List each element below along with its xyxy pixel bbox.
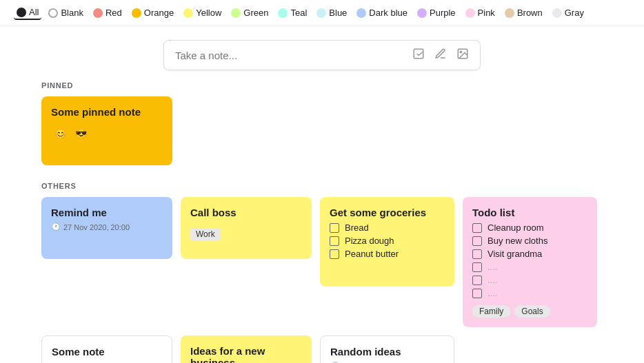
filter-label-brown: Brown (517, 8, 543, 18)
pinned-grid: Some pinned note 😊 😎 (41, 96, 603, 165)
filter-item-purple[interactable]: Purple (414, 6, 459, 19)
others-label: OTHERS (41, 182, 603, 190)
filter-item-all[interactable]: All (14, 6, 41, 20)
some-note-title: Some note (52, 346, 162, 357)
color-dot-all (17, 8, 26, 17)
random-ideas-title: Random ideas (330, 346, 444, 357)
color-dot-teal (278, 8, 288, 18)
filter-item-brown[interactable]: Brown (502, 6, 545, 19)
avatar-2: 😎 (72, 125, 90, 143)
filter-item-pink[interactable]: Pink (463, 6, 498, 19)
search-box (163, 40, 481, 70)
checkbox (330, 249, 339, 259)
tag-family: Family (472, 305, 510, 318)
checkbox (472, 289, 482, 298)
checklist-item: .... (472, 262, 587, 272)
filter-label-purple: Purple (430, 8, 456, 18)
remind-me-title: Remind me (51, 207, 163, 218)
filter-item-blank[interactable]: Blank (46, 6, 86, 19)
filter-item-darkblue[interactable]: Dark blue (354, 6, 410, 19)
filter-item-yellow[interactable]: Yellow (181, 6, 224, 19)
checklist-item: Bread (330, 222, 445, 233)
search-icons (412, 48, 469, 63)
others-grid-row2: Some note Ideas for a new business Rando… (41, 335, 603, 363)
avatar-1: 😊 (51, 125, 69, 143)
todo-title: Todo list (472, 207, 587, 218)
checklist-item: Peanut butter (330, 249, 445, 259)
checkbox-icon[interactable] (412, 48, 425, 63)
pinned-note[interactable]: Some pinned note 😊 😎 (41, 96, 172, 165)
filter-label-gray: Gray (565, 8, 584, 18)
color-dot-yellow (183, 8, 193, 18)
checkbox (330, 236, 339, 246)
svg-point-2 (460, 51, 461, 52)
pinned-note-title: Some pinned note (51, 106, 163, 118)
filter-item-green[interactable]: Green (228, 6, 271, 19)
pinned-section: PINNED Some pinned note 😊 😎 (41, 81, 603, 165)
search-area (0, 26, 644, 81)
ideas-business-title: Ideas for a new business (190, 345, 302, 363)
color-dot-gray (552, 8, 562, 18)
clock-icon: 🕐 (51, 222, 61, 231)
note-ideas-business[interactable]: Ideas for a new business (181, 335, 312, 363)
note-tags: Family Goals (472, 305, 587, 318)
filter-item-orange[interactable]: Orange (129, 6, 177, 19)
color-dot-green (231, 8, 241, 18)
color-dot-purple (417, 8, 427, 18)
search-input[interactable] (175, 50, 407, 61)
color-dot-red (93, 8, 103, 18)
note-random-ideas[interactable]: Random ideas 🕐 27 Nov 2020, 20:30 (320, 335, 454, 363)
checklist-item: Cleanup room (472, 222, 587, 233)
filter-label-teal: Teal (290, 8, 307, 18)
checklist-item: Pizza dough (330, 236, 445, 246)
edit-icon[interactable] (434, 48, 447, 63)
checklist-item: Visit grandma (472, 249, 587, 259)
avatar-row: 😊 😎 (51, 125, 163, 143)
filter-label-all: All (29, 7, 39, 17)
filter-label-red: Red (105, 8, 122, 18)
note-call-boss[interactable]: Call boss Work (181, 197, 312, 259)
note-remind-me[interactable]: Remind me 🕐 27 Nov 2020, 20:00 (41, 197, 172, 259)
pinned-label: PINNED (41, 81, 603, 90)
filter-label-yellow: Yellow (196, 8, 221, 18)
note-groceries[interactable]: Get some groceries Bread Pizza dough Pea… (320, 197, 454, 287)
groceries-title: Get some groceries (330, 207, 445, 218)
checkbox (472, 236, 482, 246)
color-dot-blank (48, 8, 58, 18)
others-section: OTHERS Remind me 🕐 27 Nov 2020, 20:00 Ca… (41, 182, 603, 363)
filter-bar: AllBlankRedOrangeYellowGreenTealBlueDark… (0, 0, 644, 26)
filter-item-gray[interactable]: Gray (550, 6, 587, 19)
others-grid-row1: Remind me 🕐 27 Nov 2020, 20:00 Call boss… (41, 197, 603, 327)
checkbox (472, 276, 482, 285)
filter-label-blank: Blank (61, 8, 83, 18)
filter-item-teal[interactable]: Teal (275, 6, 310, 19)
filter-label-orange: Orange (144, 8, 174, 18)
checklist-item: Buy new cloths (472, 236, 587, 246)
filter-item-red[interactable]: Red (90, 6, 125, 19)
color-dot-darkblue (356, 8, 366, 18)
color-dot-pink (465, 8, 475, 18)
note-some-note[interactable]: Some note (41, 335, 172, 363)
checklist-item: .... (472, 288, 587, 298)
filter-label-darkblue: Dark blue (369, 8, 407, 18)
image-icon[interactable] (456, 48, 469, 63)
color-dot-orange (132, 8, 141, 18)
filter-label-green: Green (243, 8, 268, 18)
color-dot-brown (505, 8, 514, 18)
color-dot-blue (316, 8, 326, 18)
filter-label-blue: Blue (329, 8, 347, 18)
tag-goals: Goals (514, 305, 550, 318)
checklist-item: .... (472, 275, 587, 285)
remind-me-timestamp: 🕐 27 Nov 2020, 20:00 (51, 222, 163, 231)
note-todo[interactable]: Todo list Cleanup room Buy new cloths Vi… (463, 197, 597, 327)
content-area: PINNED Some pinned note 😊 😎 OTHERS Remin… (0, 81, 644, 363)
filter-item-blue[interactable]: Blue (314, 6, 350, 19)
call-boss-tag: Work (190, 228, 221, 240)
checkbox (472, 249, 482, 259)
call-boss-title: Call boss (190, 207, 302, 218)
checkbox (472, 262, 482, 272)
checkbox (472, 223, 482, 233)
checkbox (330, 223, 339, 233)
filter-label-pink: Pink (478, 8, 495, 18)
svg-rect-0 (414, 49, 423, 59)
